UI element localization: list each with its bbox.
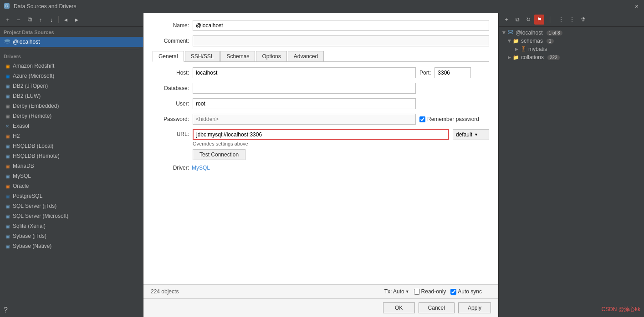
collations-badge: 222 xyxy=(547,55,560,60)
host-row: Host: Port: xyxy=(153,67,489,78)
password-input[interactable] xyxy=(193,114,416,125)
right-sep1-button[interactable]: │ xyxy=(545,15,555,25)
driver-item-db2-jtopen[interactable]: ▣ DB2 (JTOpen) xyxy=(0,81,143,91)
driver-label: Driver: xyxy=(153,165,189,171)
remember-password-label[interactable]: Remember password xyxy=(419,116,479,122)
driver-item-hsqldb-remote[interactable]: ▣ HSQLDB (Remote) xyxy=(0,151,143,161)
url-input[interactable] xyxy=(193,129,449,140)
svg-point-3 xyxy=(508,30,513,32)
mysql-icon: ▣ xyxy=(4,172,11,180)
tx-dropdown[interactable]: Tx: Auto ▼ xyxy=(384,288,409,295)
readonly-checkbox[interactable] xyxy=(414,289,420,295)
driver-item-mysql[interactable]: ▣ MySQL xyxy=(0,171,143,181)
driver-item-sqlite[interactable]: ▣ Sqlite (Xerial) xyxy=(0,221,143,231)
drivers-label: Drivers xyxy=(0,51,143,61)
url-dropdown-arrow: ▼ xyxy=(474,132,478,137)
datasource-item-localhost[interactable]: @localhost xyxy=(0,37,143,47)
title-bar: D Data Sources and Drivers × xyxy=(0,0,644,13)
password-label: Password: xyxy=(153,116,189,122)
autosync-label[interactable]: Auto sync xyxy=(450,288,482,295)
host-label: Host: xyxy=(153,70,189,76)
driver-item-exasol[interactable]: ✕ Exasol xyxy=(0,121,143,131)
driver-item-azure[interactable]: ▣ Azure (Microsoft) xyxy=(0,71,143,81)
forward-button[interactable]: ▸ xyxy=(72,15,82,25)
tx-label: Tx: Auto xyxy=(384,288,404,295)
schemas-folder-icon: 📁 xyxy=(513,38,519,44)
movedown-datasource-button[interactable]: ↓ xyxy=(46,15,56,25)
comment-input[interactable] xyxy=(193,35,489,46)
db-tree-mybatis[interactable]: ▶ 🗄 mybatis xyxy=(499,45,644,53)
driver-item-h2[interactable]: ▣ H2 xyxy=(0,131,143,141)
password-row: Password: Remember password xyxy=(153,114,489,125)
autosync-checkbox[interactable] xyxy=(450,289,456,295)
driver-item-oracle[interactable]: ▣ Oracle xyxy=(0,181,143,191)
user-input[interactable] xyxy=(193,98,416,109)
driver-item-sqlserver-jtds[interactable]: ▣ SQL Server (jTds) xyxy=(0,201,143,211)
derby-remote-icon: ▣ xyxy=(4,112,11,120)
name-label: Name: xyxy=(153,22,189,29)
tab-general[interactable]: General xyxy=(153,51,184,62)
mybatis-chevron-icon: ▶ xyxy=(515,47,518,51)
database-label: Database: xyxy=(153,85,189,91)
driver-item-sybase-native[interactable]: ▣ Sybase (Native) xyxy=(0,241,143,251)
apply-button[interactable]: Apply xyxy=(458,302,491,313)
right-copy-button[interactable]: ⧉ xyxy=(512,15,522,25)
driver-item-derby-embedded[interactable]: ▣ Derby (Embedded) xyxy=(0,101,143,111)
readonly-label[interactable]: Read-only xyxy=(414,288,446,295)
driver-item-hsqldb-local[interactable]: ▣ HSQLDB (Local) xyxy=(0,141,143,151)
collations-chevron-icon: ▶ xyxy=(508,55,511,60)
datasource-name: @localhost xyxy=(13,39,40,45)
add-datasource-button[interactable]: + xyxy=(3,15,13,25)
right-more2-button[interactable]: ⋮ xyxy=(567,15,577,25)
remove-datasource-button[interactable]: − xyxy=(14,15,24,25)
driver-item-db2-luw[interactable]: ▣ DB2 (LUW) xyxy=(0,91,143,101)
cancel-button[interactable]: Cancel xyxy=(419,302,455,313)
database-input[interactable] xyxy=(193,83,416,94)
tab-advanced[interactable]: Advanced xyxy=(288,51,324,61)
driver-item-sybase-jtds[interactable]: ▣ Sybase (jTds) xyxy=(0,231,143,241)
remember-password-checkbox[interactable] xyxy=(419,116,425,122)
driver-item-mariadb[interactable]: ▣ MariaDB xyxy=(0,161,143,171)
main-container: + − ⧉ ↑ ↓ ◂ ▸ Project Data Sources @loca… xyxy=(0,13,644,317)
objects-count: 224 objects xyxy=(151,288,384,295)
close-button[interactable]: × xyxy=(633,3,640,10)
back-button[interactable]: ◂ xyxy=(61,15,71,25)
tab-options[interactable]: Options xyxy=(256,51,286,61)
left-panel: + − ⧉ ↑ ↓ ◂ ▸ Project Data Sources @loca… xyxy=(0,13,143,317)
db2jtopen-icon: ▣ xyxy=(4,82,11,90)
mybatis-schema-icon: 🗄 xyxy=(520,46,526,52)
root-chevron-icon: ▶ xyxy=(502,31,506,35)
db-tree-schemas[interactable]: ▶ 📁 schemas 1 xyxy=(499,37,644,45)
h2-icon: ▣ xyxy=(4,132,11,140)
ok-button[interactable]: OK xyxy=(383,302,415,313)
url-dropdown[interactable]: default ▼ xyxy=(453,129,489,140)
driver-link[interactable]: MySQL xyxy=(192,165,210,171)
right-filter-button[interactable]: ⚗ xyxy=(578,15,588,25)
name-input[interactable] xyxy=(193,20,489,31)
right-refresh-button[interactable]: ↻ xyxy=(523,15,533,25)
right-more1-button[interactable]: ⋮ xyxy=(556,15,566,25)
driver-item-sqlserver-ms[interactable]: ▣ SQL Server (Microsoft) xyxy=(0,211,143,221)
separator xyxy=(4,49,139,49)
tab-sshssl[interactable]: SSH/SSL xyxy=(185,51,220,61)
autosync-text: Auto sync xyxy=(458,288,482,295)
right-flag-button[interactable]: ⚑ xyxy=(534,15,544,25)
host-input[interactable] xyxy=(193,67,416,78)
db-tree-root[interactable]: ▶ @localhost 1 of 8 xyxy=(499,29,644,37)
sybase-jtds-icon: ▣ xyxy=(4,232,11,240)
db-tree-collations[interactable]: ▶ 📁 collations 222 xyxy=(499,53,644,61)
driver-item-postgresql[interactable]: ▣ PostgreSQL xyxy=(0,191,143,201)
copy-datasource-button[interactable]: ⧉ xyxy=(25,15,35,25)
tab-schemas[interactable]: Schemas xyxy=(220,51,255,61)
right-add-button[interactable]: + xyxy=(501,15,511,25)
help-button[interactable]: ? xyxy=(0,303,143,317)
port-label: Port: xyxy=(419,70,431,76)
center-panel: Name: Comment: General SSH/SSL Schemas O… xyxy=(143,13,498,317)
test-connection-button[interactable]: Test Connection xyxy=(193,149,245,160)
sqlite-icon: ▣ xyxy=(4,222,11,230)
moveup-datasource-button[interactable]: ↑ xyxy=(36,15,46,25)
port-input[interactable] xyxy=(434,67,471,78)
driver-item-amazon[interactable]: ▣ Amazon Redshift xyxy=(0,61,143,71)
driver-item-derby-remote[interactable]: ▣ Derby (Remote) xyxy=(0,111,143,121)
hsqldb-local-icon: ▣ xyxy=(4,142,11,150)
